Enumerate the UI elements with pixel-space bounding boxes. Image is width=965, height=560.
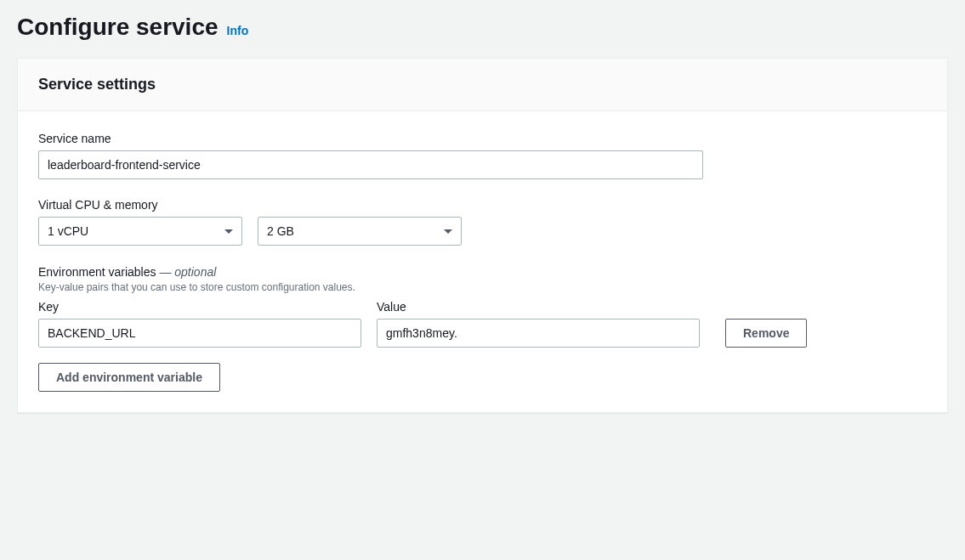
panel-header: Service settings xyxy=(18,59,947,111)
memory-select[interactable]: 2 GB xyxy=(258,217,462,246)
panel-title: Service settings xyxy=(38,76,927,93)
remove-env-var-button[interactable]: Remove xyxy=(725,319,807,348)
page-title: Configure service xyxy=(17,14,219,41)
service-name-label: Service name xyxy=(38,132,927,145)
info-link[interactable]: Info xyxy=(227,24,249,37)
cpu-memory-field: Virtual CPU & memory 1 vCPU 2 GB xyxy=(38,198,927,246)
env-vars-description: Key-value pairs that you can use to stor… xyxy=(38,281,927,293)
env-key-input[interactable] xyxy=(38,319,361,348)
env-vars-label: Environment variables xyxy=(38,265,156,279)
env-var-row: Remove xyxy=(38,319,927,348)
page-header: Configure service Info xyxy=(0,0,965,58)
service-name-field: Service name xyxy=(38,132,927,179)
cpu-memory-selects: 1 vCPU 2 GB xyxy=(38,217,927,246)
cpu-memory-label: Virtual CPU & memory xyxy=(38,198,927,212)
env-vars-headers: Key Value xyxy=(38,300,927,314)
memory-select-value: 2 GB xyxy=(258,217,462,246)
page-title-row: Configure service Info xyxy=(17,14,948,41)
env-value-header: Value xyxy=(377,300,700,314)
vcpu-select-value: 1 vCPU xyxy=(38,217,242,246)
env-key-header: Key xyxy=(38,300,361,314)
service-settings-panel: Service settings Service name Virtual CP… xyxy=(17,58,948,413)
env-vars-section: Environment variables — optional Key-val… xyxy=(38,264,927,392)
add-env-var-button[interactable]: Add environment variable xyxy=(38,363,220,392)
env-vars-label-row: Environment variables — optional xyxy=(38,264,927,280)
panel-body: Service name Virtual CPU & memory 1 vCPU… xyxy=(18,111,947,412)
env-vars-optional: — optional xyxy=(156,265,217,279)
env-value-input[interactable] xyxy=(377,319,700,348)
vcpu-select[interactable]: 1 vCPU xyxy=(38,217,242,246)
service-name-input[interactable] xyxy=(38,150,703,179)
